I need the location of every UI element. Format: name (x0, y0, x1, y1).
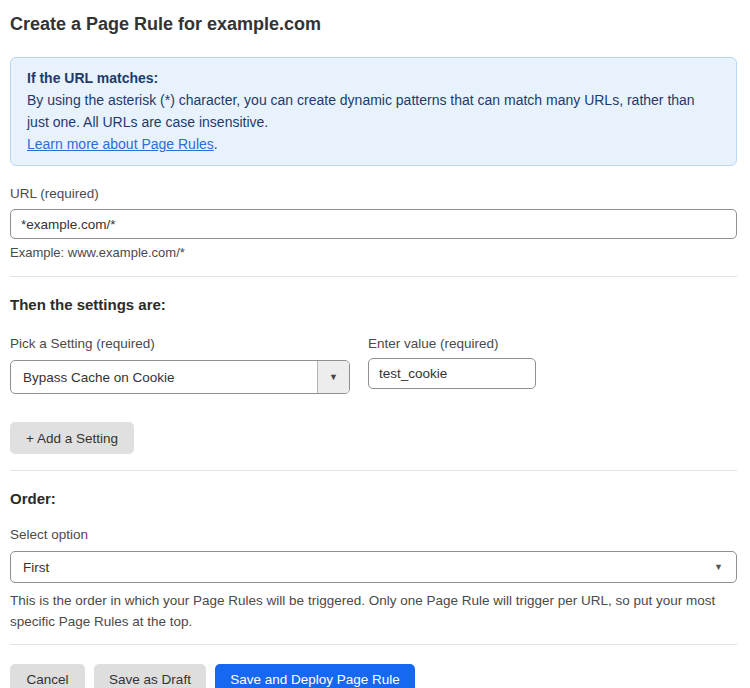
divider (10, 276, 737, 277)
order-section-heading: Order: (10, 490, 737, 507)
order-select-value: First (11, 560, 61, 575)
form-actions: Cancel Save as Draft Save and Deploy Pag… (10, 664, 737, 688)
divider (10, 644, 737, 645)
url-example-hint: Example: www.example.com/* (10, 245, 737, 260)
info-box-link-line: Learn more about Page Rules. (27, 133, 720, 155)
save-as-draft-button[interactable]: Save as Draft (94, 664, 206, 688)
setting-value-column: Enter value (required) (368, 313, 536, 394)
setting-value-input[interactable] (368, 358, 536, 389)
save-and-deploy-button[interactable]: Save and Deploy Page Rule (215, 664, 415, 688)
order-select-label: Select option (10, 527, 737, 542)
page-rule-form: Create a Page Rule for example.com If th… (0, 13, 750, 688)
info-box-body: By using the asterisk (*) character, you… (27, 89, 720, 133)
url-field-label: URL (required) (10, 186, 737, 201)
settings-section-heading: Then the settings are: (10, 296, 737, 313)
add-setting-button[interactable]: + Add a Setting (10, 422, 134, 454)
cancel-button[interactable]: Cancel (10, 664, 85, 688)
url-matches-info-box: If the URL matches: By using the asteris… (10, 57, 737, 166)
setting-picker-column: Pick a Setting (required) Bypass Cache o… (10, 313, 350, 394)
learn-more-link[interactable]: Learn more about Page Rules (27, 136, 214, 152)
order-select[interactable]: First ▼ (10, 551, 737, 583)
settings-row: Pick a Setting (required) Bypass Cache o… (10, 313, 737, 394)
page-title: Create a Page Rule for example.com (10, 13, 737, 36)
info-box-heading: If the URL matches: (27, 67, 720, 89)
divider (10, 470, 737, 471)
chevron-down-icon: ▼ (714, 562, 736, 572)
setting-select[interactable]: Bypass Cache on Cookie ▼ (10, 360, 350, 394)
link-suffix: . (214, 136, 218, 152)
url-input[interactable] (10, 209, 737, 239)
order-help-text: This is the order in which your Page Rul… (10, 590, 730, 632)
setting-select-arrow-button[interactable]: ▼ (317, 361, 349, 393)
setting-picker-label: Pick a Setting (required) (10, 336, 350, 351)
setting-value-label: Enter value (required) (368, 336, 536, 351)
setting-select-value: Bypass Cache on Cookie (11, 370, 317, 385)
chevron-down-icon: ▼ (329, 372, 338, 382)
